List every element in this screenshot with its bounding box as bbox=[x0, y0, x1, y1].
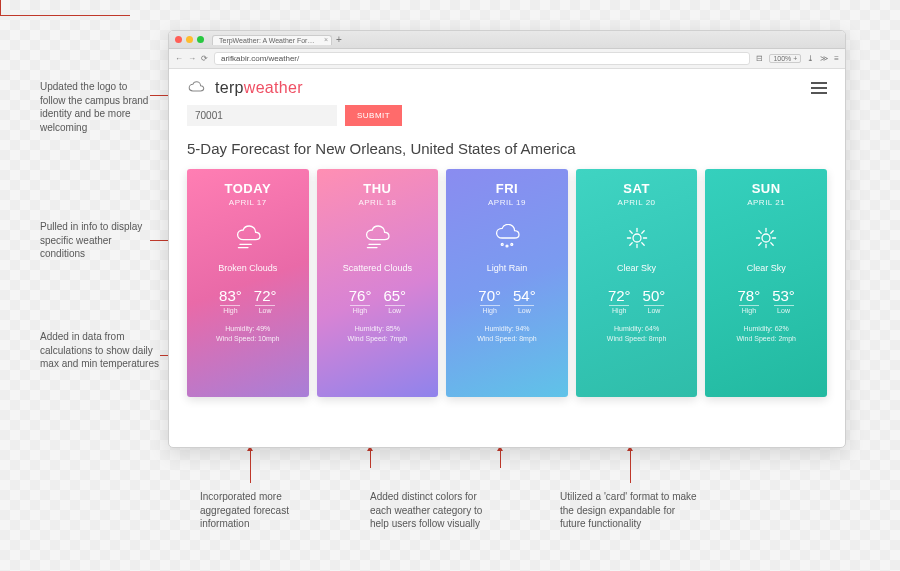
back-icon[interactable]: ← bbox=[175, 54, 183, 63]
annotation-logo: Updated the logo to follow the campus br… bbox=[40, 80, 150, 134]
forecast-card[interactable]: SUNAPRIL 21Clear Sky78°High53°LowHumidit… bbox=[705, 169, 827, 397]
annotation-colors: Added distinct colors for each weather c… bbox=[370, 490, 500, 531]
new-tab-button[interactable]: + bbox=[336, 34, 342, 45]
arrow-icon bbox=[250, 448, 251, 483]
weather-icon bbox=[621, 223, 653, 253]
svg-point-4 bbox=[501, 243, 503, 245]
arrow-icon bbox=[630, 448, 631, 483]
forecast-card[interactable]: SATAPRIL 20Clear Sky72°High50°LowHumidit… bbox=[576, 169, 698, 397]
forecast-card[interactable]: TODAYAPRIL 17Broken Clouds83°High72°LowH… bbox=[187, 169, 309, 397]
wind-label: Wind Speed: 8mph bbox=[607, 334, 667, 344]
humidity-label: Humidity: 62% bbox=[744, 324, 789, 334]
low-temp: 50° bbox=[643, 287, 666, 304]
svg-line-21 bbox=[759, 231, 761, 233]
low-label: Low bbox=[518, 307, 531, 314]
high-temp: 70° bbox=[478, 287, 501, 304]
forecast-card[interactable]: FRIAPRIL 19Light Rain70°High54°LowHumidi… bbox=[446, 169, 568, 397]
condition-label: Clear Sky bbox=[617, 263, 656, 273]
arrow-icon bbox=[500, 448, 501, 468]
wind-label: Wind Speed: 8mph bbox=[477, 334, 537, 344]
weather-icon bbox=[361, 223, 393, 253]
svg-line-23 bbox=[771, 231, 773, 233]
condition-label: Broken Clouds bbox=[218, 263, 277, 273]
date-label: APRIL 17 bbox=[229, 198, 267, 207]
date-label: APRIL 18 bbox=[358, 198, 396, 207]
download-icon[interactable]: ⤓ bbox=[807, 54, 814, 63]
svg-line-15 bbox=[629, 243, 631, 245]
condition-label: Clear Sky bbox=[747, 263, 786, 273]
weather-icon bbox=[750, 223, 782, 253]
day-label: TODAY bbox=[225, 181, 272, 196]
high-label: High bbox=[482, 307, 496, 314]
svg-point-7 bbox=[633, 234, 641, 242]
date-label: APRIL 19 bbox=[488, 198, 526, 207]
reload-icon[interactable]: ⟳ bbox=[201, 54, 208, 63]
hamburger-menu[interactable] bbox=[811, 82, 827, 94]
logo-text: terpweather bbox=[215, 79, 303, 97]
browser-tab[interactable]: TerpWeather: A Weather Forecast… bbox=[212, 35, 332, 45]
low-temp: 72° bbox=[254, 287, 277, 304]
zip-input[interactable] bbox=[187, 105, 337, 126]
humidity-label: Humidity: 64% bbox=[614, 324, 659, 334]
low-temp: 54° bbox=[513, 287, 536, 304]
high-temp: 83° bbox=[219, 287, 242, 304]
svg-line-22 bbox=[771, 243, 773, 245]
arrow-icon bbox=[0, 15, 130, 16]
date-label: APRIL 20 bbox=[618, 198, 656, 207]
forecast-card[interactable]: THUAPRIL 18Scattered Clouds76°High65°Low… bbox=[317, 169, 439, 397]
date-label: APRIL 21 bbox=[747, 198, 785, 207]
menu-icon[interactable]: ≡ bbox=[834, 54, 839, 63]
weather-icon bbox=[491, 223, 523, 253]
humidity-label: Humidity: 94% bbox=[484, 324, 529, 334]
svg-point-6 bbox=[511, 243, 513, 245]
high-label: High bbox=[223, 307, 237, 314]
wind-label: Wind Speed: 7mph bbox=[348, 334, 408, 344]
forecast-heading: 5-Day Forecast for New Orleans, United S… bbox=[187, 140, 827, 157]
svg-line-14 bbox=[641, 231, 643, 233]
day-label: THU bbox=[363, 181, 391, 196]
submit-button[interactable]: SUBMIT bbox=[345, 105, 402, 126]
high-label: High bbox=[742, 307, 756, 314]
share-icon[interactable]: ≫ bbox=[820, 54, 828, 63]
low-label: Low bbox=[259, 307, 272, 314]
tab-bar: TerpWeather: A Weather Forecast… + bbox=[169, 31, 845, 49]
low-temp: 65° bbox=[383, 287, 406, 304]
annotation-temps: Added in data from calculations to show … bbox=[40, 330, 160, 371]
annotation-aggregate: Incorporated more aggregated forecast in… bbox=[200, 490, 310, 531]
minimize-icon[interactable] bbox=[186, 36, 193, 43]
high-label: High bbox=[353, 307, 367, 314]
address-input[interactable]: arifkabir.com/weather/ bbox=[214, 52, 750, 65]
arrow-icon bbox=[370, 448, 371, 468]
logo[interactable]: terpweather bbox=[187, 79, 303, 97]
svg-line-24 bbox=[759, 243, 761, 245]
zoom-level[interactable]: 100% + bbox=[769, 54, 801, 63]
condition-label: Light Rain bbox=[487, 263, 528, 273]
low-label: Low bbox=[777, 307, 790, 314]
high-label: High bbox=[612, 307, 626, 314]
high-temp: 78° bbox=[737, 287, 760, 304]
humidity-label: Humidity: 49% bbox=[225, 324, 270, 334]
high-temp: 76° bbox=[349, 287, 372, 304]
low-label: Low bbox=[388, 307, 401, 314]
svg-line-13 bbox=[641, 243, 643, 245]
annotation-card-format: Utilized a 'card' format to make the des… bbox=[560, 490, 700, 531]
reader-icon[interactable]: ⊟ bbox=[756, 54, 763, 63]
condition-label: Scattered Clouds bbox=[343, 263, 412, 273]
forward-icon[interactable]: → bbox=[188, 54, 196, 63]
window-controls[interactable] bbox=[175, 36, 204, 43]
wind-label: Wind Speed: 10mph bbox=[216, 334, 279, 344]
maximize-icon[interactable] bbox=[197, 36, 204, 43]
wind-label: Wind Speed: 2mph bbox=[736, 334, 796, 344]
day-label: FRI bbox=[496, 181, 518, 196]
browser-window: TerpWeather: A Weather Forecast… + ← → ⟳… bbox=[168, 30, 846, 448]
cloud-icon bbox=[187, 80, 209, 96]
svg-point-5 bbox=[506, 245, 508, 247]
day-label: SAT bbox=[623, 181, 650, 196]
weather-icon bbox=[232, 223, 264, 253]
page-content: terpweather SUBMIT 5-Day Forecast for Ne… bbox=[169, 69, 845, 447]
svg-point-16 bbox=[762, 234, 770, 242]
day-label: SUN bbox=[752, 181, 781, 196]
low-label: Low bbox=[648, 307, 661, 314]
low-temp: 53° bbox=[772, 287, 795, 304]
close-icon[interactable] bbox=[175, 36, 182, 43]
